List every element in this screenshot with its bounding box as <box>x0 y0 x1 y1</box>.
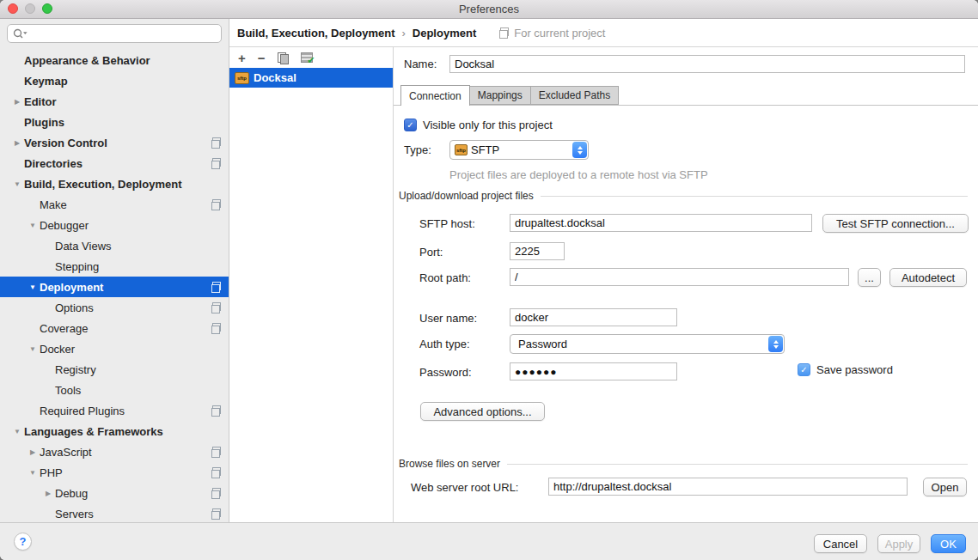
sidebar-item-label: Editor <box>24 95 57 108</box>
chevron-down-icon[interactable]: ▼ <box>26 283 40 291</box>
browse-root-path-button[interactable]: ... <box>858 268 881 287</box>
auth-type-label: Auth type: <box>419 338 470 350</box>
sftp-host-input[interactable] <box>510 214 812 232</box>
project-level-icon <box>211 158 222 169</box>
select-stepper-icon <box>768 336 783 352</box>
sidebar-item-data-views[interactable]: Data Views <box>0 235 229 256</box>
chevron-down-icon[interactable]: ▼ <box>26 222 40 229</box>
sidebar-item-registry[interactable]: Registry <box>0 359 229 380</box>
sidebar-item-keymap[interactable]: Keymap <box>0 70 229 91</box>
cancel-button[interactable]: Cancel <box>814 534 867 553</box>
sidebar-item-build-execution-deployment[interactable]: ▼Build, Execution, Deployment <box>0 173 229 194</box>
sidebar-item-javascript[interactable]: ▶JavaScript <box>0 441 229 462</box>
sidebar-item-coverage[interactable]: Coverage <box>0 318 229 338</box>
sidebar-item-label: Data Views <box>55 240 112 253</box>
sidebar-item-label: Debug <box>55 487 88 500</box>
search-input[interactable] <box>30 27 216 40</box>
auth-type-value: Password <box>518 338 768 350</box>
server-list-item-docksal[interactable]: sftpDocksal <box>229 68 393 88</box>
sidebar-item-label: PHP <box>40 466 63 479</box>
auth-type-select[interactable]: Password <box>510 334 785 354</box>
root-path-label: Root path: <box>419 271 471 284</box>
sidebar-item-tools[interactable]: Tools <box>0 380 229 400</box>
preferences-window: Preferences Appearance & BehaviorKeymap▶… <box>0 0 978 560</box>
web-root-input[interactable] <box>548 478 908 496</box>
open-url-button[interactable]: Open <box>923 478 967 496</box>
sidebar-item-label: Required Plugins <box>40 405 125 417</box>
type-value: SFTP <box>471 143 572 156</box>
add-server-button[interactable]: + <box>238 52 246 64</box>
breadcrumb-page: Deployment <box>413 27 476 40</box>
save-password-checkbox-row[interactable]: ✓ Save password <box>798 363 893 376</box>
sidebar-item-php[interactable]: ▼PHP <box>0 462 229 483</box>
web-root-label: Web server root URL: <box>411 481 518 494</box>
sidebar-item-debugger[interactable]: ▼Debugger <box>0 215 229 235</box>
tab-excluded-paths[interactable]: Excluded Paths <box>531 86 619 105</box>
type-select[interactable]: sftp SFTP <box>449 140 589 160</box>
chevron-right-icon[interactable]: ▶ <box>41 490 55 497</box>
visible-only-checkbox[interactable]: ✓ <box>404 119 417 131</box>
dialog-footer: ? Cancel Apply OK <box>0 522 978 560</box>
chevron-right-icon[interactable]: ▶ <box>26 448 40 456</box>
project-level-icon <box>211 137 222 149</box>
close-button[interactable] <box>8 3 18 14</box>
chevron-down-icon[interactable]: ▼ <box>26 345 40 353</box>
minimize-button[interactable] <box>25 3 35 14</box>
advanced-options-button[interactable]: Advanced options... <box>420 402 545 421</box>
password-input[interactable] <box>510 362 677 380</box>
test-sftp-connection-button[interactable]: Test SFTP connection... <box>822 214 969 233</box>
user-name-label: User name: <box>419 312 477 325</box>
sidebar-item-stepping[interactable]: Stepping <box>0 256 229 277</box>
sidebar-item-version-control[interactable]: ▶Version Control <box>0 132 229 153</box>
apply-button[interactable]: Apply <box>877 534 920 553</box>
sidebar-item-label: Plugins <box>24 116 64 129</box>
chevron-down-icon[interactable]: ▼ <box>10 180 24 188</box>
copy-server-icon[interactable] <box>278 52 289 64</box>
sidebar-item-make[interactable]: Make <box>0 194 229 215</box>
sftp-host-label: SFTP host: <box>419 217 475 230</box>
sftp-file-icon: sftp <box>235 72 249 84</box>
sidebar-item-debug[interactable]: ▶Debug <box>0 483 229 503</box>
select-stepper-icon <box>572 142 587 158</box>
chevron-down-icon[interactable]: ▼ <box>10 428 24 435</box>
project-level-icon <box>211 488 222 499</box>
sidebar-item-editor[interactable]: ▶Editor <box>0 91 229 112</box>
visible-only-checkbox-row[interactable]: ✓ Visible only for this project <box>404 119 553 131</box>
sidebar-item-label: Servers <box>55 508 94 520</box>
root-path-input[interactable] <box>510 268 849 286</box>
sidebar-item-servers[interactable]: Servers <box>0 503 229 522</box>
autodetect-button[interactable]: Autodetect <box>889 268 967 287</box>
tab-bar: ConnectionMappingsExcluded Paths <box>394 86 978 106</box>
port-input[interactable] <box>510 242 565 260</box>
zoom-button[interactable] <box>42 3 52 14</box>
breadcrumb-separator: › <box>401 27 405 40</box>
use-as-default-icon[interactable] <box>301 52 313 63</box>
search-box[interactable] <box>7 24 222 43</box>
visible-only-label: Visible only for this project <box>423 119 553 131</box>
sidebar-item-plugins[interactable]: Plugins <box>0 112 229 132</box>
breadcrumb-section[interactable]: Build, Execution, Deployment <box>237 27 394 40</box>
chevron-down-icon[interactable]: ▼ <box>26 469 40 477</box>
remove-server-button[interactable]: − <box>258 52 266 64</box>
project-level-icon <box>211 323 222 334</box>
chevron-right-icon[interactable]: ▶ <box>10 139 24 147</box>
sidebar-item-directories[interactable]: Directories <box>0 153 229 173</box>
save-password-checkbox[interactable]: ✓ <box>798 363 810 376</box>
tab-connection[interactable]: Connection <box>400 85 470 106</box>
sidebar-item-label: Options <box>55 301 94 314</box>
sidebar-item-languages-frameworks[interactable]: ▼Languages & Frameworks <box>0 421 229 441</box>
user-name-input[interactable] <box>510 308 677 326</box>
help-button[interactable]: ? <box>14 533 32 551</box>
sidebar-item-deployment[interactable]: ▼Deployment <box>0 277 229 297</box>
tab-mappings[interactable]: Mappings <box>470 86 531 105</box>
ok-button[interactable]: OK <box>931 534 966 553</box>
sidebar-item-required-plugins[interactable]: Required Plugins <box>0 400 229 421</box>
project-level-icon <box>211 282 222 293</box>
sidebar-item-appearance-behavior[interactable]: Appearance & Behavior <box>0 50 229 70</box>
project-level-icon <box>211 405 222 417</box>
chevron-right-icon[interactable]: ▶ <box>10 98 24 106</box>
sidebar-item-docker[interactable]: ▼Docker <box>0 338 229 359</box>
name-input[interactable] <box>449 55 965 73</box>
sidebar-item-options[interactable]: Options <box>0 297 229 318</box>
project-level-icon <box>211 467 222 478</box>
